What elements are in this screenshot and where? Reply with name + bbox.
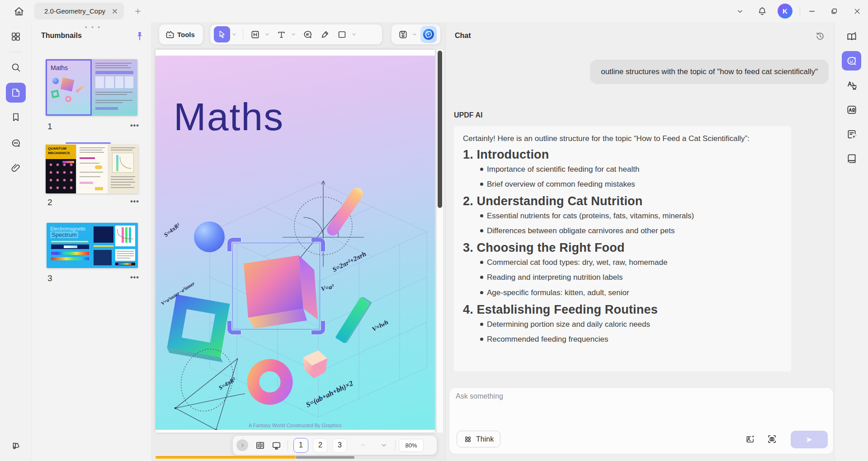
page-button-2[interactable]: 2 <box>313 438 328 453</box>
vertical-scrollbar-thumb[interactable] <box>438 51 442 208</box>
horizontal-scrollbar-thumb[interactable] <box>296 456 354 459</box>
selection-handle-bottom-left[interactable] <box>227 321 241 334</box>
outline-bullet: Differences between obligate carnivores … <box>480 226 782 236</box>
thumbnail-2-menu[interactable]: ••• <box>130 198 139 206</box>
tab-close-icon[interactable] <box>111 8 118 15</box>
screenshot-button[interactable] <box>764 432 779 446</box>
comment-tool-button[interactable] <box>299 26 316 42</box>
chevron-down-icon <box>291 32 296 37</box>
chat-input[interactable] <box>456 392 763 419</box>
frame-tool-dropdown[interactable] <box>264 28 270 40</box>
presentation-icon <box>271 440 282 451</box>
translate-page-button[interactable] <box>842 100 861 119</box>
next-page-button[interactable] <box>376 437 392 453</box>
ai-translate-button[interactable] <box>842 75 861 95</box>
save-dropdown[interactable] <box>411 28 417 40</box>
collapse-navbar-button[interactable] <box>236 439 248 451</box>
home-button[interactable] <box>11 3 27 19</box>
horizontal-scrollbar <box>156 456 435 459</box>
send-button[interactable] <box>791 431 828 448</box>
reader-view-button[interactable] <box>842 149 861 168</box>
text-tool-dropdown[interactable] <box>290 28 297 40</box>
sidebar-item-thumbnails[interactable] <box>6 83 26 103</box>
reading-mode-button[interactable] <box>252 437 268 453</box>
selection-handle-top-left[interactable] <box>227 238 241 251</box>
pin-panel-button[interactable] <box>132 28 147 44</box>
text-tool-button[interactable] <box>273 26 289 42</box>
sidebar-item-comments[interactable] <box>6 133 26 153</box>
tools-button[interactable]: Tools <box>163 26 199 42</box>
ai-write-button[interactable] <box>842 124 861 144</box>
ai-read-button[interactable] <box>842 27 861 46</box>
save-button[interactable] <box>395 26 410 42</box>
send-icon <box>805 435 814 444</box>
ai-sidebar <box>834 22 868 461</box>
small-cube-shape <box>297 346 333 382</box>
ai-chat-button[interactable] <box>842 51 861 71</box>
pdf-page-artwork: Maths <box>156 56 435 430</box>
wireframe-sphere-diagram <box>162 345 248 430</box>
thumbnail-page-2[interactable]: QUANTUM MECHANICS <box>46 145 138 193</box>
select-tool-button[interactable] <box>214 26 230 42</box>
document-tab-title: 2.0-Geometry_Copy <box>44 7 111 15</box>
frame-tool-button[interactable] <box>247 26 263 42</box>
pdf-page[interactable]: Maths <box>156 50 435 433</box>
thumb2-middle-page <box>77 145 108 193</box>
restore-button[interactable] <box>825 2 843 20</box>
ai-sender-name: UPDF AI <box>454 111 482 119</box>
select-tool-dropdown[interactable] <box>231 28 237 40</box>
thumb3-title-1: Electromagnetic <box>50 226 86 231</box>
sphere-shape <box>194 221 225 252</box>
chat-history-button[interactable] <box>812 28 828 44</box>
page-icon <box>10 87 21 98</box>
minimize-icon <box>808 7 816 15</box>
grid-icon <box>10 31 21 42</box>
new-tab-button[interactable] <box>131 5 145 18</box>
thumbnail-3-menu[interactable]: ••• <box>130 273 139 282</box>
sidebar-item-bookmarks[interactable] <box>6 107 26 127</box>
thumbnail-3-number: 3 <box>47 273 52 283</box>
titlebar-more-button[interactable] <box>731 2 749 20</box>
selection-handle-top-right[interactable] <box>311 238 325 251</box>
close-button[interactable] <box>848 2 866 20</box>
sidebar-item-apps[interactable] <box>6 27 26 47</box>
comment-icon <box>10 138 21 149</box>
avatar[interactable]: K <box>778 4 793 19</box>
sidebar-item-swatches[interactable] <box>6 435 26 455</box>
presentation-mode-button[interactable] <box>268 437 284 453</box>
zoom-level[interactable]: 80% <box>399 439 424 452</box>
ai-intro-text: Certainly! Here is an outline structure … <box>463 134 782 143</box>
titlebar: 2.0-Geometry_Copy K <box>0 0 868 22</box>
image-sparkle-icon <box>745 434 755 444</box>
close-icon <box>853 7 861 15</box>
think-toggle-button[interactable]: Think <box>457 431 500 447</box>
sidebar-item-attachments[interactable] <box>6 158 26 178</box>
thumbnail-page-1[interactable]: Maths <box>46 59 137 116</box>
page-button-3[interactable]: 3 <box>332 438 347 453</box>
ai-assistant-button[interactable] <box>420 26 437 43</box>
notifications-button[interactable] <box>753 2 771 20</box>
updf-ai-logo-icon <box>422 28 435 41</box>
pen-tool-button[interactable] <box>316 26 333 42</box>
document-tab[interactable]: 2.0-Geometry_Copy <box>34 3 124 19</box>
page-button-1[interactable]: 1 <box>293 438 308 453</box>
bookmark-icon <box>10 112 21 122</box>
panel-drag-handle[interactable]: • • • <box>85 24 101 31</box>
selection-handle-bottom-right[interactable] <box>311 321 325 334</box>
swatches-icon <box>10 440 21 451</box>
thumbnail-1-menu[interactable]: ••• <box>130 122 139 130</box>
chevron-down-icon <box>380 442 387 449</box>
shape-tool-dropdown[interactable] <box>351 28 357 40</box>
selection-bounding-box[interactable] <box>232 243 320 329</box>
titlebar-separator <box>800 6 800 16</box>
minimize-button[interactable] <box>803 2 821 20</box>
page-navigation-bar: 1 2 3 80% <box>232 435 437 455</box>
outline-bullet: Age-specific formulas: kitten, adult, se… <box>480 288 782 298</box>
marker-pen-icon <box>320 29 330 40</box>
shape-tool-button[interactable] <box>334 26 350 42</box>
previous-page-button[interactable] <box>355 437 371 453</box>
chat-input-box: Think <box>449 387 834 454</box>
sidebar-item-search[interactable] <box>6 57 26 77</box>
thumbnail-page-3[interactable]: Electromagnetic Spectrum <box>47 223 138 268</box>
insert-image-button[interactable] <box>743 432 757 446</box>
